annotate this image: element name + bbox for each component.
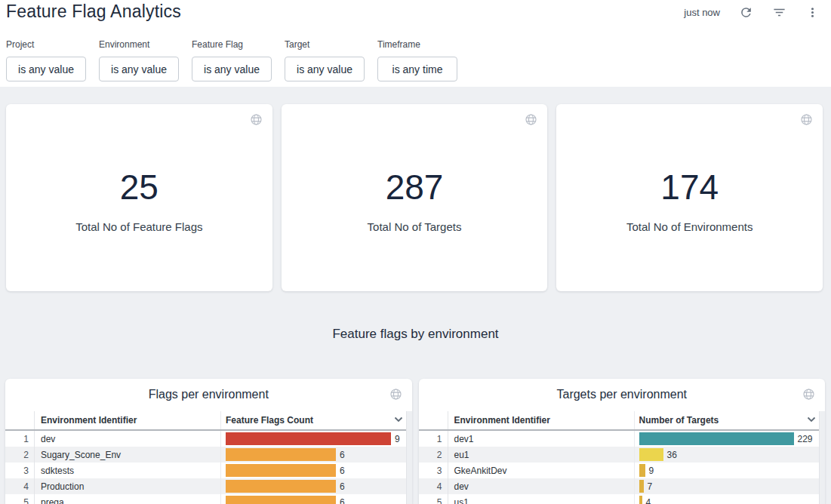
column-header-environment[interactable]: Environment Identifier bbox=[35, 411, 221, 429]
table-row[interactable]: 3 sdktests 6 bbox=[5, 463, 412, 478]
environment-name: dev bbox=[35, 431, 221, 447]
table-row[interactable]: 3 GkeAnkitDev 9 bbox=[419, 463, 826, 478]
measure-cell: 9 bbox=[635, 463, 826, 478]
refresh-icon[interactable] bbox=[739, 5, 753, 20]
page-title: Feature Flag Analytics bbox=[6, 2, 181, 22]
row-index: 2 bbox=[5, 447, 35, 463]
table-row[interactable]: 4 dev 7 bbox=[419, 478, 826, 494]
kpi-card: 174 Total No of Environments bbox=[556, 104, 823, 291]
value-bar bbox=[226, 480, 336, 493]
table-card: Flags per environment Environment Identi… bbox=[5, 379, 412, 504]
table-body: 1 dev1 229 2 eu1 36 3 GkeAnkitDev 9 4 de… bbox=[419, 431, 826, 504]
environment-name: dev bbox=[448, 478, 635, 494]
value-label: 229 bbox=[798, 434, 813, 444]
filter-group: Feature Flag is any value bbox=[192, 39, 272, 81]
column-header-measure[interactable]: Feature Flags Count bbox=[221, 411, 412, 429]
measure-cell: 7 bbox=[635, 478, 826, 494]
value-bar bbox=[226, 432, 391, 445]
row-number-column-header bbox=[419, 411, 448, 429]
kpi-label: Total No of Environments bbox=[626, 220, 753, 233]
tables-row: Flags per environment Environment Identi… bbox=[5, 379, 825, 504]
kpi-label: Total No of Targets bbox=[368, 220, 462, 233]
globe-icon[interactable] bbox=[800, 113, 813, 126]
table-row[interactable]: 2 eu1 36 bbox=[419, 447, 826, 463]
table-row[interactable]: 4 Production 6 bbox=[5, 478, 412, 494]
filter-value-button[interactable]: is any value bbox=[99, 57, 179, 81]
row-number-column-header bbox=[5, 411, 35, 429]
filter-value-button[interactable]: is any time bbox=[377, 57, 457, 81]
filter-value-button[interactable]: is any value bbox=[192, 57, 272, 81]
value-bar bbox=[639, 496, 642, 504]
measure-cell: 4 bbox=[635, 494, 826, 504]
kpi-row: 25 Total No of Feature Flags 287 Total N… bbox=[6, 104, 823, 291]
table-header-row: Environment Identifier Number of Targets bbox=[419, 411, 826, 431]
globe-icon[interactable] bbox=[250, 113, 263, 126]
table-card: Targets per environment Environment Iden… bbox=[419, 379, 826, 504]
last-updated-text: just now bbox=[684, 7, 720, 18]
globe-icon[interactable] bbox=[389, 388, 402, 401]
environment-name: eu1 bbox=[448, 447, 635, 463]
row-index: 2 bbox=[419, 447, 448, 463]
globe-icon[interactable] bbox=[525, 113, 537, 126]
value-bar bbox=[226, 464, 336, 477]
row-index: 1 bbox=[5, 431, 35, 447]
value-label: 9 bbox=[395, 434, 400, 444]
environment-name: us1 bbox=[448, 494, 635, 504]
kpi-value: 287 bbox=[386, 170, 444, 204]
table-scrollbar[interactable] bbox=[406, 411, 412, 504]
column-header-measure[interactable]: Number of Targets bbox=[635, 411, 826, 429]
measure-cell: 9 bbox=[221, 431, 412, 447]
kpi-value: 174 bbox=[660, 170, 719, 204]
filter-label: Project bbox=[6, 39, 86, 50]
environment-name: sdktests bbox=[35, 463, 221, 478]
kpi-value: 25 bbox=[120, 170, 159, 204]
section-title: Feature flags by environment bbox=[0, 327, 831, 342]
row-index: 4 bbox=[5, 478, 35, 494]
measure-cell: 6 bbox=[221, 447, 412, 463]
header-actions: just now bbox=[684, 5, 820, 20]
environment-name: prega bbox=[35, 494, 221, 504]
value-label: 6 bbox=[340, 466, 345, 476]
value-bar bbox=[639, 480, 644, 493]
table-row[interactable]: 2 Sugary_Scone_Env 6 bbox=[5, 447, 412, 463]
dashboard: Feature Flag Analytics just now Project … bbox=[0, 0, 831, 504]
chevron-down-icon[interactable] bbox=[807, 416, 816, 423]
environment-name: Production bbox=[35, 478, 221, 494]
table-row[interactable]: 1 dev 9 bbox=[5, 431, 412, 447]
value-label: 6 bbox=[340, 450, 345, 460]
kebab-menu-icon[interactable] bbox=[805, 5, 820, 20]
row-index: 3 bbox=[419, 463, 448, 478]
measure-cell: 36 bbox=[635, 447, 826, 463]
environment-name: Sugary_Scone_Env bbox=[35, 447, 221, 463]
table-title: Targets per environment bbox=[419, 379, 826, 411]
filter-value-button[interactable]: is any value bbox=[285, 57, 365, 81]
filter-group: Project is any value bbox=[6, 39, 86, 81]
filter-bar: Project is any value Environment is any … bbox=[6, 39, 470, 81]
row-index: 4 bbox=[419, 478, 448, 494]
row-index: 5 bbox=[5, 494, 35, 504]
table-title: Flags per environment bbox=[5, 379, 412, 411]
measure-cell: 229 bbox=[635, 431, 826, 447]
filter-label: Target bbox=[285, 39, 365, 50]
table-row[interactable]: 1 dev1 229 bbox=[419, 431, 826, 447]
kpi-card: 25 Total No of Feature Flags bbox=[6, 104, 272, 291]
table-row[interactable]: 5 us1 4 bbox=[419, 494, 826, 504]
table-header-row: Environment Identifier Feature Flags Cou… bbox=[5, 411, 412, 431]
globe-icon[interactable] bbox=[802, 388, 815, 401]
filter-group: Environment is any value bbox=[99, 39, 179, 81]
filter-label: Timeframe bbox=[377, 39, 457, 50]
table-scrollbar[interactable] bbox=[819, 411, 825, 504]
filter-value-button[interactable]: is any value bbox=[6, 57, 86, 81]
value-label: 7 bbox=[648, 481, 653, 492]
environment-name: GkeAnkitDev bbox=[448, 463, 635, 478]
row-index: 3 bbox=[5, 463, 35, 478]
table-row[interactable]: 5 prega 6 bbox=[5, 494, 412, 504]
value-label: 9 bbox=[649, 466, 654, 476]
filter-group: Target is any value bbox=[285, 39, 365, 81]
measure-cell: 6 bbox=[221, 494, 412, 504]
kpi-label: Total No of Feature Flags bbox=[75, 220, 202, 233]
filter-icon[interactable] bbox=[772, 5, 786, 20]
chevron-down-icon[interactable] bbox=[394, 416, 403, 423]
environment-name: dev1 bbox=[448, 431, 635, 447]
column-header-environment[interactable]: Environment Identifier bbox=[448, 411, 635, 429]
